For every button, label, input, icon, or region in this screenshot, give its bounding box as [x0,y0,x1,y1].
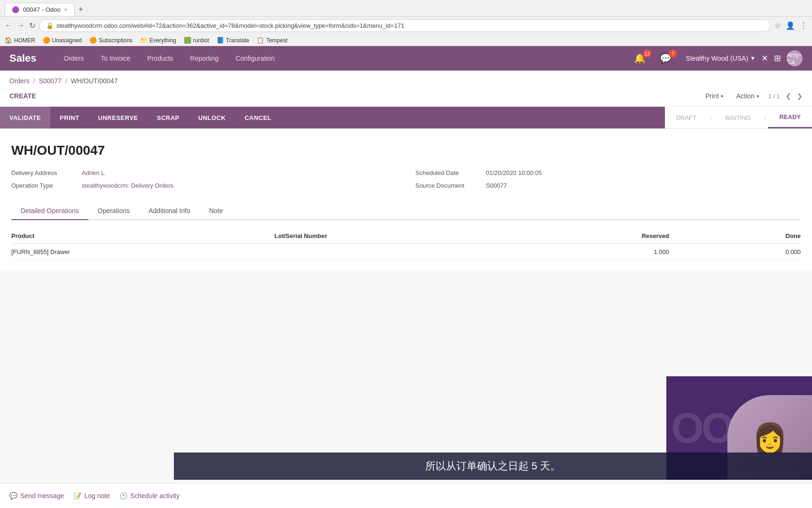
nav-to-invoice[interactable]: To Invoice [92,47,139,70]
record-position: 1 / 1 [768,93,780,100]
bookmark-homer-label: HOMER [14,37,35,44]
everything-icon: 📁 [140,37,148,44]
browser-nav-icons: ← → ↻ [5,21,35,30]
col-product: Product [11,232,274,239]
grid-icon[interactable]: ⊞ [774,53,781,64]
notifications-badge: 13 [643,49,651,58]
form-left: Delivery Address Adrien L. Operation Typ… [11,169,397,189]
tab-detailed-operations[interactable]: Detailed Operations [11,202,88,220]
person-icon: 👩 [752,421,788,454]
runbot-icon: 🟩 [184,37,191,44]
row-done: 0.000 [669,248,801,255]
form-right: Scheduled Date 01/20/2020 10:00:05 Sourc… [415,169,801,189]
delivery-address-row: Delivery Address Adrien L. [11,169,397,176]
reload-icon[interactable]: ↻ [29,21,35,30]
table: Product Lot/Serial Number Reserved Done … [11,229,801,261]
validate-button[interactable]: VALIDATE [0,107,50,128]
translate-icon: 📘 [217,37,224,44]
notifications-icon-wrap[interactable]: 🔔 13 [634,53,654,64]
nav-next-icon[interactable]: ❯ [797,92,803,100]
unreserve-button[interactable]: UNRESERVE [89,107,148,128]
print-button[interactable]: Print ▾ [702,90,727,102]
breadcrumb-s00077[interactable]: S00077 [39,77,62,85]
stage-draft[interactable]: DRAFT [665,108,708,128]
close-icon[interactable]: ✕ [761,53,768,64]
bookmarks-bar: 🏠 HOMER 🟠 Unassigned 🟠 Subscriptions 📁 E… [0,35,812,46]
address-bar[interactable]: 🔒 stealthywoodcrm.odoo.com/web#id=72&act… [39,19,771,32]
bookmark-subscriptions[interactable]: 🟠 Subscriptions [89,37,133,44]
operation-type-value[interactable]: stealthywoodcrm: Delivery Orders [82,182,173,189]
stage-arrow-1: › [708,114,714,121]
tab-additional-info[interactable]: Additional Info [139,202,200,220]
log-note-button[interactable]: 📝 Log note [73,490,110,501]
nav-right: 🔔 13 💬 7 Stealthy Wood (USA) ▼ ✕ ⊞ Amy-C… [634,50,803,66]
nav-reporting[interactable]: Reporting [182,47,227,70]
tab-operations[interactable]: Operations [88,202,139,220]
top-nav: Sales Orders To Invoice Products Reporti… [0,46,812,71]
bookmark-runbot[interactable]: 🟩 runbot [184,37,209,44]
subtitle-overlay: 所以从订单确认之日起 5 天。 [174,452,812,480]
scheduled-date-label: Scheduled Date [415,169,481,176]
record-title: WH/OUT/00047 [11,143,801,158]
tab-note[interactable]: Note [200,202,233,220]
send-message-label: Send message [20,492,64,500]
stage-waiting[interactable]: WAITING [714,108,762,128]
close-tab-icon[interactable]: × [64,7,68,13]
unlock-button[interactable]: UNLOCK [189,107,235,128]
breadcrumb-orders[interactable]: Orders [9,77,30,85]
bookmark-translate[interactable]: 📘 Translate [217,37,250,44]
nav-links: Orders To Invoice Products Reporting Con… [55,47,634,70]
action-bar: CREATE Print ▾ Action ▾ 1 / 1 ❮ ❯ [0,87,812,106]
operation-type-label: Operation Type [11,182,77,189]
forward-icon[interactable]: → [17,21,24,30]
bookmark-homer[interactable]: 🏠 HOMER [5,37,35,44]
row-reserved: 1.000 [538,248,669,255]
bookmark-tempest[interactable]: 📋 Tempest [257,37,287,44]
delivery-address-value[interactable]: Adrien L. [82,169,106,176]
action-button[interactable]: Action ▾ [733,90,763,102]
bookmark-unassigned[interactable]: 🟠 Unassigned [43,37,82,44]
print-status-button[interactable]: PRINT [50,107,89,128]
stage-ready[interactable]: READY [768,107,812,128]
company-name: Stealthy Wood (USA) [686,55,748,62]
table-row[interactable]: [FURN_8855] Drawer 1.000 0.000 [11,244,801,261]
breadcrumb-sep-1: / [33,77,35,85]
bookmark-unassigned-label: Unassigned [52,37,82,44]
nav-prev-icon[interactable]: ❮ [786,92,791,100]
operation-type-row: Operation Type stealthywoodcrm: Delivery… [11,182,397,189]
browser-chrome: 🟣 00047 - Odoo × + [0,0,812,16]
back-icon[interactable]: ← [5,21,12,30]
star-icon[interactable]: ☆ [774,21,781,30]
avatar[interactable]: Amy-Ca [787,50,803,66]
scrap-button[interactable]: SCRAP [148,107,189,128]
messages-icon-wrap[interactable]: 💬 7 [660,53,680,64]
cancel-button[interactable]: CANCEL [235,107,281,128]
settings-icon[interactable]: ⋮ [800,21,807,30]
company-selector[interactable]: Stealthy Wood (USA) ▼ [686,55,756,62]
bookmark-subscriptions-label: Subscriptions [99,37,133,44]
tempest-icon: 📋 [257,37,264,44]
row-lot-serial [274,248,538,255]
unassigned-icon: 🟠 [43,37,50,44]
log-note-label: Log note [84,492,110,500]
schedule-activity-button[interactable]: 🕐 Schedule activity [119,490,180,501]
browser-tab[interactable]: 🟣 00047 - Odoo × [5,3,75,16]
bookmark-everything[interactable]: 📁 Everything [140,37,176,44]
bookmark-runbot-label: runbot [193,37,209,44]
lock-icon: 🔒 [46,22,54,29]
bookmark-translate-label: Translate [226,37,250,44]
profile-icon[interactable]: 👤 [786,21,795,30]
clock-icon: 🕐 [119,492,127,500]
new-tab-button[interactable]: + [78,5,84,15]
address-bar-row: ← → ↻ 🔒 stealthywoodcrm.odoo.com/web#id=… [0,16,812,35]
send-message-button[interactable]: 💬 Send message [9,490,64,501]
avatar-initials: Amy-Ca [787,51,803,65]
url-text: stealthywoodcrm.odoo.com/web#id=72&actio… [56,22,404,29]
create-button[interactable]: CREATE [9,90,36,102]
nav-orders[interactable]: Orders [55,47,93,70]
bookmark-tempest-label: Tempest [266,37,287,44]
nav-configuration[interactable]: Configuration [227,47,283,70]
nav-products[interactable]: Products [139,47,181,70]
col-done: Done [669,232,801,239]
status-bar: VALIDATE PRINT UNRESERVE SCRAP UNLOCK CA… [0,107,812,128]
